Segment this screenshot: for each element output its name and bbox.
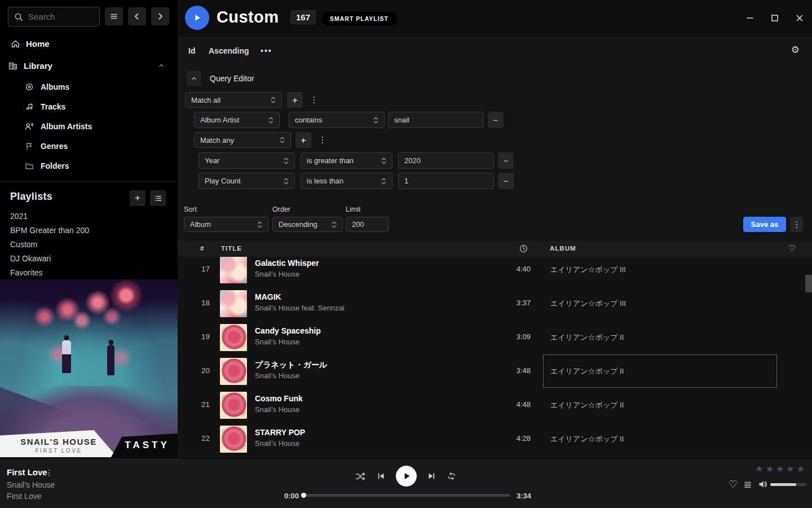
track-title[interactable]: Galactic Whisper (255, 259, 319, 268)
track-title[interactable]: MAGIK (255, 292, 281, 301)
star-icon[interactable]: ★ (786, 465, 794, 474)
track-title[interactable]: Cosmo Funk (255, 394, 303, 403)
track-artist[interactable]: Snail’s House (255, 439, 299, 448)
rule-operator-select[interactable]: contains (289, 112, 385, 128)
sidebar-item-album-artists[interactable]: Album Artists (25, 118, 92, 135)
now-playing-artwork[interactable]: SNAIL'S HOUSE FIRST LOVE TASTY (0, 279, 178, 457)
now-playing-title[interactable]: First Love (7, 467, 47, 477)
rule-value-input[interactable]: 1 (398, 173, 494, 189)
add-group-rule-button[interactable]: + (295, 132, 311, 148)
play-button[interactable] (396, 466, 417, 487)
track-album-cell[interactable]: エイリアン☆ポップ II (543, 422, 777, 456)
nav-back-button[interactable] (128, 7, 146, 25)
now-playing-menu-icon[interactable]: ⋮ (45, 468, 53, 477)
root-match-select[interactable]: Match all (185, 92, 282, 108)
rule-field-select[interactable]: Album Artist (194, 112, 280, 128)
column-header-number[interactable]: # (200, 245, 204, 252)
sidebar-item-home[interactable]: Home (0, 35, 178, 52)
seek-knob[interactable] (301, 493, 306, 498)
playlist-item[interactable]: Favorites (10, 265, 43, 279)
star-icon[interactable]: ★ (766, 465, 774, 474)
now-playing-artist[interactable]: Snail’s House (7, 480, 55, 489)
track-row[interactable]: 22 STARRY POP Snail’s House 4:28 エイリアン☆ポ… (178, 422, 812, 456)
previous-track-button[interactable] (377, 472, 385, 480)
remove-rule-button[interactable]: − (498, 152, 514, 169)
now-playing-album[interactable]: First Love (7, 492, 41, 501)
rule-operator-select[interactable]: is less than (301, 173, 392, 189)
track-artist[interactable]: Snail’s House (255, 270, 299, 278)
track-album-cell[interactable]: エイリアン☆ポップ II (543, 321, 777, 354)
settings-gear-icon[interactable]: ⚙ (791, 45, 800, 55)
star-icon[interactable]: ★ (797, 465, 805, 474)
column-header-album[interactable]: ALBUM (550, 245, 576, 252)
rule-value-input[interactable]: 2020 (398, 152, 494, 169)
track-row[interactable]: 18 MAGIK Snail’s House feat. Sennzai 3:3… (178, 287, 812, 321)
sort-field-button[interactable]: Id (188, 46, 195, 55)
track-album-cell[interactable]: エイリアン☆ポップ III (543, 257, 777, 286)
track-title[interactable]: STARRY POP (255, 428, 305, 437)
track-title[interactable]: プラネット・ガール (255, 360, 327, 370)
close-button[interactable] (795, 14, 804, 23)
sidebar-item-library[interactable]: Library (0, 57, 178, 74)
remove-rule-button[interactable]: − (488, 112, 504, 128)
minimize-button[interactable] (745, 14, 754, 23)
menu-button[interactable] (105, 7, 123, 25)
track-album-cell[interactable]: エイリアン☆ポップ II (543, 388, 777, 422)
rule-value-input[interactable]: snail (388, 112, 484, 128)
track-album-cell[interactable]: エイリアン☆ポップ III (543, 287, 777, 320)
track-artist[interactable]: Snail’s House (255, 338, 299, 346)
create-playlist-button[interactable]: + (130, 190, 145, 206)
queue-icon[interactable] (743, 480, 752, 489)
maximize-button[interactable] (770, 14, 779, 23)
query-editor-collapse-button[interactable] (187, 71, 201, 86)
track-row[interactable]: 20 プラネット・ガール Snail’s House 3:48 エイリアン☆ポッ… (178, 354, 812, 388)
track-row[interactable]: 21 Cosmo Funk Snail’s House 4:48 エイリアン☆ポ… (178, 388, 812, 422)
remove-rule-button[interactable]: − (498, 173, 514, 189)
search-input[interactable]: Search (8, 7, 100, 27)
scrollbar-thumb[interactable] (805, 275, 812, 292)
rule-field-select[interactable]: Play Count (198, 173, 295, 189)
more-options-icon[interactable]: ••• (261, 46, 272, 55)
sort-select[interactable]: Album (184, 217, 268, 232)
sort-direction-button[interactable]: Ascending (209, 46, 249, 55)
rating-stars[interactable]: ★ ★ ★ ★ ★ (755, 465, 805, 474)
volume-icon[interactable] (758, 480, 768, 489)
track-artist[interactable]: Snail’s House feat. Sennzai (255, 304, 345, 312)
track-row[interactable]: 17 Galactic Whisper Snail’s House 4:40 エ… (178, 257, 812, 287)
sidebar-item-genres[interactable]: Genres (25, 138, 68, 155)
next-track-button[interactable] (427, 472, 436, 480)
star-icon[interactable]: ★ (755, 465, 763, 474)
playlist-item[interactable]: 2021 (10, 209, 28, 223)
favorite-column-heart-icon[interactable]: ♡ (788, 244, 796, 252)
seek-slider[interactable] (302, 494, 510, 497)
track-title[interactable]: Candy Spaceship (255, 326, 321, 335)
track-row[interactable]: 19 Candy Spaceship Snail’s House 3:09 エイ… (178, 321, 812, 354)
track-artist[interactable]: Snail’s House (255, 405, 299, 414)
star-icon[interactable]: ★ (776, 465, 784, 474)
playlist-list-button[interactable] (150, 190, 166, 206)
repeat-button[interactable] (447, 471, 457, 481)
rule-group-menu-button[interactable]: ⋮ (309, 92, 319, 108)
sidebar-item-tracks[interactable]: Tracks (25, 98, 65, 115)
rule-operator-select[interactable]: is greater than (301, 152, 392, 169)
limit-input[interactable]: 200 (346, 217, 389, 232)
track-album-cell-focused[interactable]: エイリアン☆ポップ II (543, 354, 777, 388)
sidebar-item-folders[interactable]: Folders (25, 157, 69, 174)
order-select[interactable]: Descending (272, 217, 343, 232)
column-header-title[interactable]: TITLE (221, 245, 242, 252)
volume-slider[interactable] (770, 483, 806, 486)
add-rule-button[interactable]: + (287, 92, 303, 108)
save-as-button[interactable]: Save as (743, 217, 786, 232)
save-menu-button[interactable]: ⋮ (791, 217, 803, 232)
sidebar-item-albums[interactable]: Albums (25, 78, 69, 95)
playlist-item[interactable]: DJ Okawari (10, 251, 51, 265)
shuffle-button[interactable] (355, 472, 366, 481)
group-match-select[interactable]: Match any (194, 132, 291, 148)
playlist-item[interactable]: Custom (10, 237, 37, 251)
playlist-item[interactable]: BPM Greater than 200 (10, 223, 89, 237)
play-playlist-button[interactable] (185, 6, 209, 30)
chevron-up-icon[interactable] (157, 62, 165, 69)
nav-forward-button[interactable] (151, 7, 169, 25)
track-artist[interactable]: Snail’s House (255, 371, 299, 380)
group-menu-button[interactable]: ⋮ (317, 132, 328, 148)
